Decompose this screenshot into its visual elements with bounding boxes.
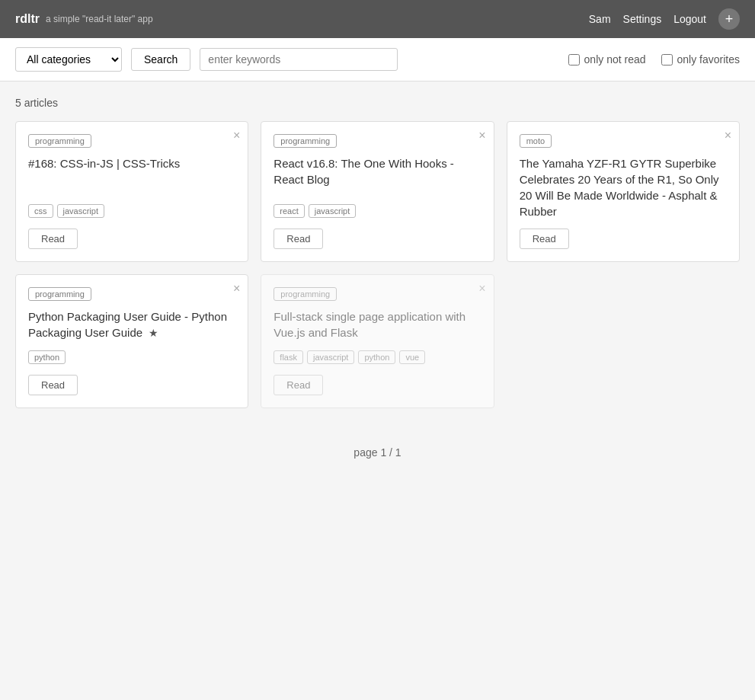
filter-favorites-text: only favorites — [677, 53, 740, 66]
tags-container: reactjavascript — [274, 204, 481, 218]
add-button[interactable]: + — [718, 8, 740, 30]
tag: flask — [274, 350, 303, 364]
read-button[interactable]: Read — [28, 375, 78, 395]
tag: javascript — [307, 350, 354, 364]
filter-not-read-text: only not read — [584, 53, 646, 66]
article-title: Full-stack single page application with … — [274, 308, 481, 341]
filter-favorites-label[interactable]: only favorites — [661, 53, 740, 66]
header-nav: Sam Settings Logout + — [589, 8, 740, 30]
article-card: ×programmingReact v16.8: The One With Ho… — [261, 121, 494, 262]
settings-link[interactable]: Settings — [623, 13, 662, 25]
tag: css — [28, 204, 53, 218]
search-input[interactable] — [200, 48, 398, 71]
tags-container: cssjavascript — [28, 204, 235, 218]
tag: vue — [399, 350, 425, 364]
close-button[interactable]: × — [478, 283, 485, 295]
search-button[interactable]: Search — [131, 48, 190, 71]
article-card: ×programmingPython Packaging User Guide … — [15, 274, 248, 408]
logout-link[interactable]: Logout — [673, 13, 706, 25]
read-button[interactable]: Read — [520, 229, 569, 249]
tags-container: flaskjavascriptpythonvue — [274, 350, 481, 364]
close-button[interactable]: × — [478, 129, 485, 142]
read-button[interactable]: Read — [274, 375, 323, 395]
article-card: ×programmingFull-stack single page appli… — [261, 274, 494, 408]
user-link[interactable]: Sam — [589, 13, 611, 25]
category-tag: programming — [274, 134, 337, 148]
article-title: The Yamaha YZF-R1 GYTR Superbike Celebra… — [520, 155, 727, 219]
close-button[interactable]: × — [233, 283, 240, 295]
brand-tagline: a simple "read-it later" app — [46, 14, 153, 24]
tag: javascript — [57, 204, 104, 218]
filter-not-read-label[interactable]: only not read — [568, 53, 646, 66]
article-card: ×motoThe Yamaha YZF-R1 GYTR Superbike Ce… — [507, 121, 740, 262]
close-button[interactable]: × — [725, 129, 731, 142]
tags-container: python — [28, 350, 235, 364]
tag: python — [358, 350, 395, 364]
toolbar: All categories Search only not read only… — [0, 38, 755, 82]
filter-group: only not read only favorites — [568, 53, 740, 66]
article-title: Python Packaging User Guide - Python Pac… — [28, 308, 235, 341]
read-button[interactable]: Read — [274, 229, 323, 249]
favorite-star: ★ — [149, 327, 158, 339]
article-title: React v16.8: The One With Hooks - React … — [274, 155, 481, 195]
articles-grid: ×programming#168: CSS-in-JS | CSS-Tricks… — [15, 121, 740, 408]
article-card: ×programming#168: CSS-in-JS | CSS-Tricks… — [15, 121, 248, 262]
filter-favorites-checkbox[interactable] — [661, 54, 673, 66]
pagination: page 1 / 1 — [0, 424, 755, 481]
header: rdltr a simple "read-it later" app Sam S… — [0, 0, 755, 38]
brand-logo: rdltr — [15, 12, 40, 26]
tag: javascript — [309, 204, 356, 218]
category-tag: programming — [274, 287, 337, 301]
category-tag: moto — [520, 134, 552, 148]
tag: react — [274, 204, 304, 218]
close-button[interactable]: × — [233, 129, 240, 142]
tag: python — [28, 350, 66, 364]
articles-count: 5 articles — [15, 97, 740, 109]
filter-not-read-checkbox[interactable] — [568, 54, 580, 66]
main-content: 5 articles ×programming#168: CSS-in-JS |… — [0, 82, 755, 424]
article-title: #168: CSS-in-JS | CSS-Tricks — [28, 155, 235, 195]
read-button[interactable]: Read — [28, 229, 78, 249]
category-tag: programming — [28, 134, 91, 148]
category-select[interactable]: All categories — [15, 47, 122, 72]
category-tag: programming — [28, 287, 91, 301]
